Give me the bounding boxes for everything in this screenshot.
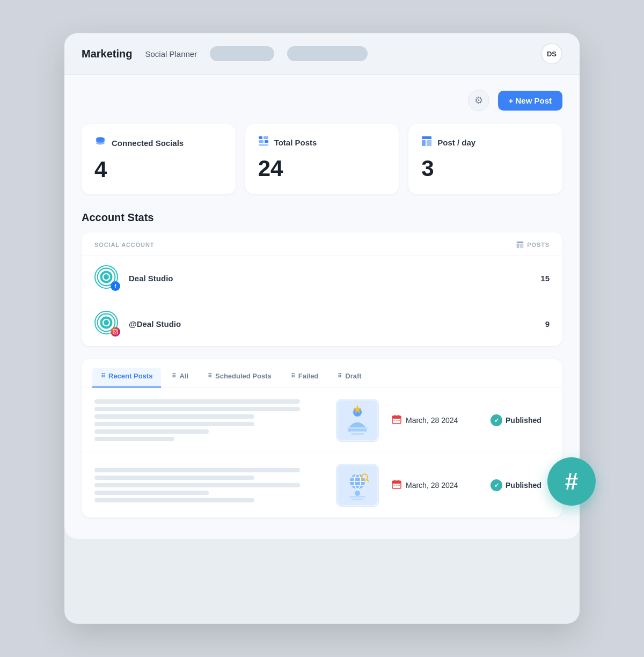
- svg-rect-5: [259, 140, 264, 143]
- svg-rect-25: [351, 433, 364, 435]
- col-posts-label: POSTS: [527, 242, 550, 248]
- stat-card-total-posts: Total Posts 24: [245, 124, 399, 194]
- svg-rect-13: [520, 244, 523, 249]
- tab-label-draft: Draft: [345, 372, 361, 380]
- text-line: [94, 468, 300, 472]
- svg-point-19: [114, 331, 116, 332]
- text-line: [94, 407, 300, 411]
- col-social-header: SOCIAL ACCOUNT: [94, 242, 154, 248]
- post-date-text-2: March, 28 2024: [406, 481, 458, 490]
- post-status-text-2: Published: [506, 481, 541, 490]
- cal-svg-2: [392, 479, 401, 489]
- main-content: ⚙ + New Post Connected Socials: [64, 75, 580, 539]
- svg-rect-42: [352, 499, 363, 500]
- post-text-preview-2: [94, 468, 323, 502]
- text-line: [94, 498, 254, 502]
- svg-rect-48: [398, 480, 399, 482]
- svg-point-15: [105, 275, 108, 279]
- svg-rect-28: [392, 416, 401, 419]
- cal-svg-1: [392, 414, 401, 424]
- account-info-1: f Deal Studio: [94, 265, 173, 291]
- svg-rect-49: [393, 485, 395, 486]
- post-date-text-1: March, 28 2024: [406, 416, 458, 425]
- tab-recent-posts[interactable]: ⠿ Recent Posts: [92, 368, 161, 388]
- post-per-day-label: Post / day: [437, 138, 475, 147]
- tab-all[interactable]: ⠿ All: [163, 368, 197, 388]
- header-title: Marketing: [82, 48, 132, 60]
- header-pill-2: [287, 46, 368, 61]
- svg-rect-3: [259, 136, 262, 139]
- account-row-1: f Deal Studio 15: [82, 256, 562, 301]
- account-stats-title: Account Stats: [82, 211, 562, 224]
- account-info-2: @Deal Studio: [94, 311, 181, 337]
- post-date-1: March, 28 2024: [392, 414, 478, 426]
- tab-failed[interactable]: ⠿ Failed: [282, 368, 327, 388]
- svg-rect-12: [517, 244, 519, 249]
- svg-rect-47: [394, 480, 396, 482]
- posts-icon: [516, 241, 524, 249]
- text-line: [94, 491, 209, 495]
- svg-point-2: [96, 142, 105, 145]
- instagram-badge-2: [111, 327, 120, 337]
- tab-icon-all: ⠿: [172, 373, 176, 379]
- text-line: [94, 422, 254, 426]
- tab-label-failed: Failed: [298, 372, 319, 380]
- header: Marketing Social Planner DS: [64, 33, 580, 75]
- svg-rect-23: [347, 427, 368, 429]
- tab-icon-scheduled: ⠿: [208, 373, 212, 379]
- svg-rect-8: [422, 136, 431, 139]
- stat-card-header-3: Post / day: [421, 136, 550, 149]
- svg-rect-9: [422, 140, 426, 146]
- database-icon: [94, 136, 106, 150]
- instagram-icon: [113, 329, 118, 334]
- tab-label-all: All: [179, 372, 188, 380]
- post-text-preview-1: [94, 399, 323, 441]
- layout-icon: [421, 136, 432, 149]
- post-status-text-1: Published: [506, 416, 541, 425]
- text-line: [94, 429, 209, 434]
- tab-label-recent: Recent Posts: [108, 372, 152, 380]
- text-line: [94, 483, 300, 487]
- toolbar: ⚙ + New Post: [82, 90, 562, 111]
- tab-scheduled[interactable]: ⠿ Scheduled Posts: [199, 368, 280, 388]
- account-stats-card: SOCIAL ACCOUNT POSTS: [82, 232, 562, 346]
- post-per-day-value: 3: [421, 156, 550, 181]
- svg-point-20: [116, 330, 117, 331]
- app-wrapper: Marketing Social Planner DS ⚙ + New Post: [64, 33, 580, 624]
- tab-draft[interactable]: ⠿ Draft: [329, 368, 370, 388]
- status-check-icon-1: ✓: [491, 414, 502, 426]
- svg-rect-51: [398, 485, 400, 486]
- new-post-button[interactable]: + New Post: [498, 91, 562, 111]
- stat-card-post-per-day: Post / day 3: [408, 124, 562, 194]
- svg-rect-7: [259, 144, 268, 146]
- header-subtitle: Social Planner: [145, 49, 197, 59]
- total-posts-value: 24: [258, 156, 386, 181]
- svg-rect-11: [517, 242, 524, 244]
- total-posts-label: Total Posts: [274, 138, 317, 147]
- svg-rect-18: [113, 330, 118, 334]
- text-line: [94, 414, 254, 419]
- status-check-icon-2: ✓: [491, 479, 502, 491]
- avatar[interactable]: DS: [541, 43, 562, 64]
- post-thumbnail-2: [336, 464, 379, 507]
- post-status-2: ✓ Published: [491, 479, 550, 491]
- stat-card-header: Connected Socials: [94, 136, 223, 150]
- posts-count-2: 9: [545, 319, 550, 328]
- posts-count-1: 15: [540, 274, 550, 283]
- svg-rect-32: [396, 420, 398, 421]
- settings-button[interactable]: ⚙: [468, 90, 489, 111]
- tabs-row: ⠿ Recent Posts ⠿ All ⠿ Scheduled Posts ⠿…: [82, 359, 562, 388]
- connected-socials-value: 4: [94, 157, 223, 182]
- post-date-2: March, 28 2024: [392, 479, 478, 491]
- account-stats-header: SOCIAL ACCOUNT POSTS: [82, 232, 562, 256]
- svg-rect-30: [398, 415, 399, 417]
- post-image-1: [338, 400, 377, 440]
- calendar-icon-2: [392, 479, 401, 491]
- account-avatar-wrap-1: f: [94, 265, 120, 291]
- svg-rect-4: [264, 136, 268, 139]
- post-row-2: March, 28 2024 ✓ Published: [82, 453, 562, 517]
- post-image-2: [338, 465, 377, 505]
- connected-socials-label: Connected Socials: [112, 138, 184, 148]
- account-avatar-wrap-2: [94, 311, 120, 337]
- svg-rect-6: [265, 140, 268, 143]
